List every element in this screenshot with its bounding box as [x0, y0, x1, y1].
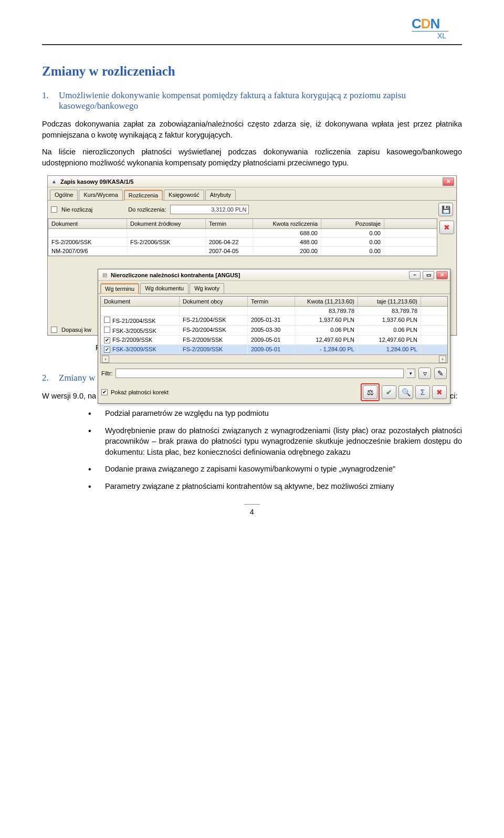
app-icon: ▲	[50, 177, 58, 186]
pokaz-label: Pokaż płatności korekt	[111, 389, 169, 395]
filtr-input[interactable]	[116, 369, 404, 378]
window-nierozliczone: ▤ Nierozliczone należności kontrahenta […	[98, 269, 450, 404]
section-1-title: Umożliwienie dokonywanie kompensat pomię…	[59, 90, 462, 111]
filter-icon-button[interactable]: ▿	[418, 368, 431, 379]
table-row[interactable]: FSK-3/2009/SSKFS-2/2009/SSK2009-05-01- 1…	[101, 345, 447, 354]
kompensata-button[interactable]: ⚖	[363, 385, 377, 399]
kompensata-highlight: ⚖	[361, 383, 380, 401]
tabs-win2: Wg terminuWg dokumentuWg kwoty	[98, 281, 450, 294]
list-item: Parametry związane z płatnościami kontra…	[74, 481, 462, 492]
section-1-heading: 1. Umożliwienie dokonywanie kompensat po…	[42, 90, 462, 111]
page-number: 4	[244, 504, 260, 516]
list-item: Podział parametrów ze względu na typ pod…	[74, 408, 462, 419]
header-rule	[42, 44, 462, 45]
nie-rozliczaj-label: Nie rozliczaj	[61, 206, 92, 213]
filter-builder-button[interactable]: ✎	[434, 368, 447, 379]
grid-win1[interactable]: DokumentDokument źródłowyTerminKwota roz…	[48, 218, 437, 256]
dopasuj-label: Dopasuj kw	[61, 327, 91, 333]
tabs-win1: OgólneKurs/WycenaRozliczeniaKsięgowośćAt…	[48, 187, 456, 201]
confirm-button[interactable]: ✔	[382, 385, 396, 399]
search-button[interactable]: 🔍	[398, 385, 413, 399]
scrollbar-h[interactable]: ‹ ›	[101, 354, 447, 363]
screenshot: ▲ Zapis kasowy 09/KASA/1/5 ✕ OgólneKurs/…	[47, 175, 457, 336]
table-row[interactable]: NM-2007/09/62007-04-05200.000.00	[48, 247, 437, 256]
list-item: Dodanie prawa związanego z zapisami kaso…	[74, 464, 462, 475]
tab-atrybuty[interactable]: Atrybuty	[205, 190, 236, 200]
cancel-button[interactable]: ✖	[432, 385, 447, 399]
table-row[interactable]: FS-2/2006/SSKFS-2/2006/SSK2006-04-22488.…	[48, 238, 437, 247]
tab-wg-terminu[interactable]: Wg terminu	[100, 284, 139, 294]
table-row[interactable]: FS-2/2009/SSKFS-2/2009/SSK2009-05-0112,4…	[101, 336, 447, 345]
nie-rozliczaj-checkbox[interactable]	[51, 206, 57, 213]
paragraph-1: Podczas dokonywania zapłat za zobowiązan…	[42, 119, 462, 140]
window2-title: Nierozliczone należności kontrahenta [AN…	[111, 272, 407, 278]
logo-sub: XL	[412, 31, 448, 40]
table-row[interactable]: FS-21/2004/SSKFS-21/2004/SSK2005-01-311,…	[101, 316, 447, 326]
scroll-right-button[interactable]: ›	[439, 355, 446, 363]
grid-win2[interactable]: DokumentDokument obcyTerminKwota (11,213…	[100, 296, 448, 363]
tab-wg-kwoty[interactable]: Wg kwoty	[190, 283, 224, 294]
close-button-2[interactable]: ✕	[436, 271, 448, 279]
delete-button[interactable]: ✖	[439, 221, 454, 234]
list-item: Wyodrębnienie praw do płatności związany…	[74, 425, 462, 458]
do-rozliczenia-label: Do rozliczenia:	[128, 206, 166, 213]
window1-title: Zapis kasowy 09/KASA/1/5	[60, 179, 440, 185]
tab-wg-dokumentu[interactable]: Wg dokumentu	[140, 283, 188, 294]
dopasuj-checkbox[interactable]	[51, 327, 57, 333]
table-row[interactable]: FSK-3/2005/SSKFS-20/2004/SSK2005-03-300.…	[101, 326, 447, 336]
sum-button[interactable]: Σ	[415, 385, 430, 399]
minimize-button[interactable]: –	[409, 271, 421, 279]
filtr-label: Filtr:	[101, 370, 112, 376]
maximize-button[interactable]: ▭	[423, 271, 434, 279]
page-title: Zmiany w rozliczeniach	[42, 64, 462, 79]
tab-ksi-gowo-[interactable]: Księgowość	[164, 190, 204, 200]
pokaz-korekt-checkbox[interactable]	[101, 389, 108, 395]
paragraph-2: Na liście nierozliczonych płatności wyśw…	[42, 146, 462, 168]
row-checkbox[interactable]	[104, 317, 110, 323]
row-checkbox[interactable]	[104, 327, 110, 333]
row-checkbox[interactable]	[104, 347, 110, 353]
list-icon: ▤	[100, 271, 109, 279]
logo: CDN XL	[42, 16, 462, 41]
scroll-left-button[interactable]: ‹	[102, 355, 109, 363]
row-checkbox[interactable]	[104, 337, 110, 343]
tab-og-lne[interactable]: Ogólne	[50, 190, 78, 200]
save-button[interactable]: 💾	[438, 203, 453, 216]
do-rozliczenia-value[interactable]: 3,312.00 PLN	[170, 205, 249, 214]
bullet-list: Podział parametrów ze względu na typ pod…	[74, 408, 462, 491]
close-button[interactable]: ✕	[443, 177, 454, 186]
tab-rozliczenia[interactable]: Rozliczenia	[124, 190, 163, 201]
filtr-dropdown-button[interactable]: ▾	[407, 369, 415, 378]
tab-kurs-wycena[interactable]: Kurs/Wycena	[79, 190, 122, 200]
